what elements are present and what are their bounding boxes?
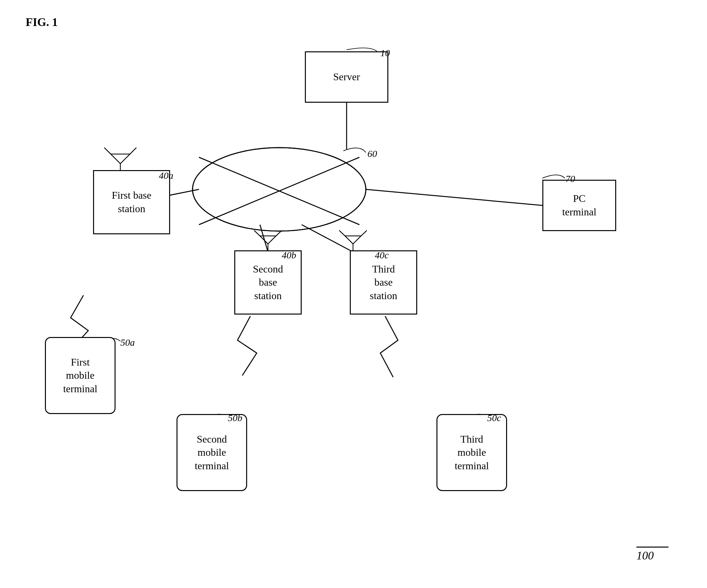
svg-line-16 (276, 230, 282, 236)
svg-line-2 (199, 157, 360, 225)
ref-second-mt: 50b (228, 413, 242, 423)
ref-third-bs: 40c (375, 250, 389, 261)
svg-point-0 (193, 148, 366, 231)
svg-point-3 (193, 148, 366, 231)
ref-server: 10 (380, 47, 390, 58)
svg-line-8 (366, 189, 542, 205)
ref-pc: 70 (566, 173, 575, 184)
ref-third-mt: 50c (487, 413, 501, 423)
svg-line-6 (260, 225, 268, 252)
pc-terminal-box: PCterminal (542, 180, 616, 231)
svg-line-20 (361, 230, 367, 236)
figure-label: FIG. 1 (26, 15, 58, 29)
third-mobile-terminal-box: Thirdmobileterminal (436, 414, 507, 491)
first-mobile-terminal-box: Firstmobileterminal (45, 337, 115, 414)
ref-first-mt: 50a (120, 337, 135, 348)
svg-line-1 (199, 157, 360, 225)
first-base-station-box: First basestation (93, 170, 170, 234)
svg-line-19 (339, 230, 345, 236)
ref-network: 60 (367, 148, 377, 159)
ref-first-bs: 40a (159, 170, 173, 181)
svg-line-12 (130, 148, 136, 154)
svg-line-7 (302, 225, 353, 252)
svg-line-15 (254, 230, 260, 236)
second-mobile-terminal-box: Secondmobileterminal (176, 414, 247, 491)
svg-marker-9 (111, 154, 130, 164)
ref-second-bs: 40b (282, 250, 296, 261)
svg-marker-17 (345, 236, 361, 244)
server-box: Server (305, 51, 388, 103)
svg-marker-13 (260, 236, 276, 244)
svg-line-11 (104, 148, 111, 154)
figure-ref-label: 100 (636, 547, 669, 562)
